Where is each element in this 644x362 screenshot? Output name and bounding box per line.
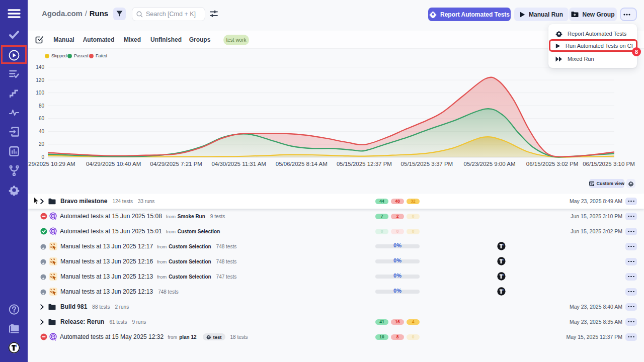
- svg-text:04/29/2025 10:29 AM: 04/29/2025 10:29 AM: [28, 161, 75, 167]
- svg-text:60: 60: [39, 116, 45, 121]
- svg-text:04/29/2025 7:21 PM: 04/29/2025 7:21 PM: [150, 161, 202, 167]
- svg-text:05/15/2025 12:37 PM: 05/15/2025 12:37 PM: [337, 161, 392, 167]
- svg-text:120: 120: [36, 77, 44, 83]
- svg-text:100: 100: [36, 90, 44, 96]
- svg-text:140: 140: [36, 64, 44, 70]
- svg-text:05/06/2025 8:14 AM: 05/06/2025 8:14 AM: [276, 161, 328, 167]
- svg-text:0: 0: [41, 154, 44, 160]
- svg-text:05/15/2025 3:37 PM: 05/15/2025 3:37 PM: [401, 161, 453, 167]
- svg-text:20: 20: [39, 141, 45, 147]
- svg-text:06/15/2025 3:02 PM: 06/15/2025 3:02 PM: [526, 161, 579, 167]
- svg-text:04/29/2025 10:40 AM: 04/29/2025 10:40 AM: [86, 161, 141, 167]
- svg-text:05/23/2025 9:00 AM: 05/23/2025 9:00 AM: [464, 161, 516, 167]
- svg-text:06/15/2025 3:10 PM: 06/15/2025 3:10 PM: [583, 161, 635, 167]
- svg-text:04/30/2025 11:31 AM: 04/30/2025 11:31 AM: [211, 161, 266, 167]
- svg-text:40: 40: [39, 129, 45, 134]
- svg-text:80: 80: [39, 103, 45, 109]
